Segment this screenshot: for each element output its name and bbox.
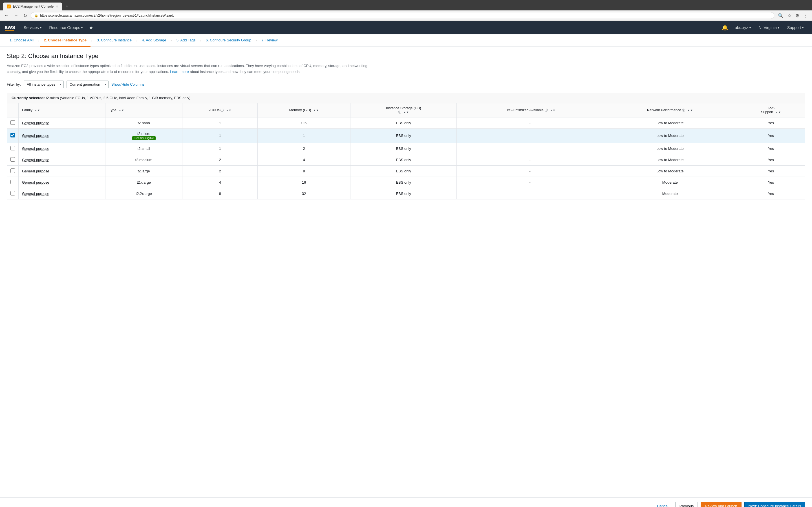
services-nav[interactable]: Services ▾ (20, 21, 45, 34)
new-tab-button[interactable]: + (63, 2, 71, 10)
ipv6-sort-icon[interactable]: ▲▼ (775, 111, 781, 114)
menu-button[interactable]: ⋮ (802, 12, 809, 19)
generation-filter-wrapper[interactable]: Current generation (66, 80, 109, 88)
row-checkbox[interactable] (10, 191, 15, 195)
family-link[interactable]: General purpose (22, 180, 49, 184)
row-checkbox[interactable] (10, 180, 15, 184)
th-memory[interactable]: Memory (GiB) ▲▼ (258, 103, 350, 117)
show-hide-columns-link[interactable]: Show/Hide Columns (111, 82, 145, 87)
filter-bar: Filter by: All instance types Current ge… (7, 80, 805, 88)
th-ipv6[interactable]: IPv6Support ▲▼ (737, 103, 805, 117)
learn-more-link[interactable]: Learn more (170, 69, 189, 74)
account-nav[interactable]: abc.xyz ▾ (731, 21, 755, 34)
type-filter-select[interactable]: All instance types (24, 80, 64, 88)
wizard-step-5[interactable]: 5. Add Tags (172, 34, 200, 47)
row-family: General purpose (18, 117, 105, 128)
family-sort-icon[interactable]: ▲▼ (35, 109, 40, 112)
row-checkbox-cell[interactable] (7, 177, 18, 188)
th-checkbox (7, 103, 18, 117)
address-bar[interactable]: 🔒 https://console.aws.amazon.com/ec2/v2/… (31, 12, 774, 19)
table-row[interactable]: General purpose t2.micro Free tier eligi… (7, 128, 805, 143)
row-type: t2.medium (105, 154, 182, 165)
row-checkbox[interactable] (10, 168, 15, 173)
step-4-label: 4. Add Storage (142, 38, 166, 42)
table-row[interactable]: General purpose t2.large 2 8 EBS only - … (7, 165, 805, 177)
table-row[interactable]: General purpose t2.2xlarge 8 32 EBS only… (7, 188, 805, 199)
th-network-perf[interactable]: Network Performance ⓘ ▲▼ (603, 103, 737, 117)
bookmark-button[interactable]: ☆ (786, 12, 793, 19)
step-divider-5: › (200, 38, 201, 43)
instance-storage-info-icon[interactable]: ⓘ (398, 110, 401, 114)
row-checkbox[interactable] (10, 133, 15, 137)
wizard-step-2[interactable]: 2. Choose Instance Type (40, 34, 91, 47)
network-info-icon[interactable]: ⓘ (682, 108, 685, 112)
favorites-star-icon[interactable]: ★ (87, 24, 96, 31)
tab-close-button[interactable]: × (56, 4, 58, 9)
wizard-step-6[interactable]: 6. Configure Security Group (202, 34, 255, 47)
row-checkbox-cell[interactable] (7, 188, 18, 199)
region-nav[interactable]: N. Virginia ▾ (755, 21, 783, 34)
previous-button[interactable]: Previous (675, 502, 698, 507)
search-button[interactable]: 🔍 (776, 12, 785, 19)
th-type[interactable]: Type ▲▼ (105, 103, 182, 117)
account-chevron-icon: ▾ (749, 26, 751, 29)
aws-logo[interactable]: aws (4, 24, 15, 31)
row-checkbox[interactable] (10, 146, 15, 151)
table-row[interactable]: General purpose t2.xlarge 4 16 EBS only … (7, 177, 805, 188)
row-checkbox[interactable] (10, 120, 15, 125)
row-ipv6: Yes (737, 154, 805, 165)
family-link[interactable]: General purpose (22, 169, 49, 173)
type-filter-wrapper[interactable]: All instance types (24, 80, 64, 88)
family-link[interactable]: General purpose (22, 133, 49, 138)
resource-groups-nav[interactable]: Resource Groups ▾ (45, 21, 87, 34)
row-checkbox-cell[interactable] (7, 154, 18, 165)
memory-sort-icon[interactable]: ▲▼ (313, 109, 319, 112)
family-link[interactable]: General purpose (22, 147, 49, 151)
network-sort-icon[interactable]: ▲▼ (688, 109, 693, 112)
th-family[interactable]: Family ▲▼ (18, 103, 105, 117)
row-family: General purpose (18, 128, 105, 143)
notifications-bell-icon[interactable]: 🔔 (719, 24, 731, 31)
extensions-button[interactable]: ⚙ (794, 12, 801, 19)
family-link[interactable]: General purpose (22, 191, 49, 196)
vcpus-sort-icon[interactable]: ▲▼ (226, 109, 232, 112)
table-row[interactable]: General purpose t2.medium 2 4 EBS only -… (7, 154, 805, 165)
th-ebs-optimized[interactable]: EBS-Optimized Available ⓘ ▲▼ (457, 103, 603, 117)
th-instance-storage[interactable]: Instance Storage (GB) ⓘ ▲▼ (350, 103, 457, 117)
forward-button[interactable]: → (12, 12, 20, 18)
row-vcpus: 4 (183, 177, 258, 188)
table-row[interactable]: General purpose t2.small 1 2 EBS only - … (7, 143, 805, 154)
next-button[interactable]: Next: Configure Instance Details (744, 502, 805, 507)
row-ipv6: Yes (737, 177, 805, 188)
row-ebs-optimized: - (457, 128, 603, 143)
row-checkbox-cell[interactable] (7, 117, 18, 128)
wizard-step-7[interactable]: 7. Review (257, 34, 282, 47)
review-launch-button[interactable]: Review and Launch (701, 502, 741, 507)
row-ebs-optimized: - (457, 143, 603, 154)
th-vcpus[interactable]: vCPUs ⓘ ▲▼ (183, 103, 258, 117)
vcpus-info-icon[interactable]: ⓘ (220, 108, 223, 112)
refresh-button[interactable]: ↻ (22, 12, 29, 19)
row-checkbox-cell[interactable] (7, 165, 18, 177)
wizard-step-1[interactable]: 1. Choose AMI (6, 34, 38, 47)
storage-sort-icon[interactable]: ▲▼ (403, 111, 409, 114)
wizard-step-4[interactable]: 4. Add Storage (138, 34, 170, 47)
wizard-step-3[interactable]: 3. Configure Instance (93, 34, 136, 47)
ebs-sort-icon[interactable]: ▲▼ (550, 109, 555, 112)
generation-filter-select[interactable]: Current generation (66, 80, 109, 88)
family-link[interactable]: General purpose (22, 158, 49, 162)
active-tab[interactable]: ⚡ EC2 Management Console × (3, 3, 62, 10)
back-button[interactable]: ← (3, 12, 10, 18)
table-row[interactable]: General purpose t2.nano 1 0.5 EBS only -… (7, 117, 805, 128)
free-tier-badge: Free tier eligible (132, 136, 156, 140)
row-checkbox-cell[interactable] (7, 128, 18, 143)
row-checkbox[interactable] (10, 157, 15, 162)
row-instance-storage: EBS only (350, 188, 457, 199)
ebs-info-icon[interactable]: ⓘ (545, 108, 548, 112)
nav-right: 🔔 abc.xyz ▾ N. Virginia ▾ Support ▾ (719, 21, 808, 34)
support-nav[interactable]: Support ▾ (783, 21, 808, 34)
cancel-button[interactable]: Cancel (653, 502, 672, 507)
type-sort-icon[interactable]: ▲▼ (119, 109, 124, 112)
row-checkbox-cell[interactable] (7, 143, 18, 154)
family-link[interactable]: General purpose (22, 121, 49, 125)
